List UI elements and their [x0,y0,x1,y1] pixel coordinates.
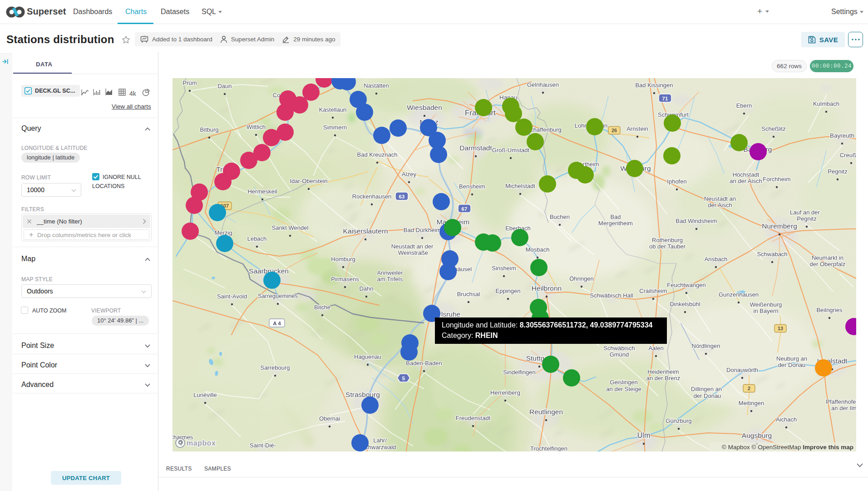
svg-text:Scheßlitz: Scheßlitz [761,125,785,132]
svg-text:Michelstadt: Michelstadt [505,183,535,189]
svg-text:Herrenberg: Herrenberg [490,389,520,396]
svg-text:Creußen: Creußen [840,152,856,159]
svg-text:Category: RHEIN: Category: RHEIN [442,332,498,339]
svg-text:Forchheim: Forchheim [763,176,790,183]
svg-text:der Donau: der Donau [778,362,806,368]
svg-text:häusel: häusel [454,266,472,273]
svg-text:Gunzenhausen: Gunzenhausen [719,291,759,298]
svg-text:Günzburg: Günzburg [666,417,691,424]
svg-text:Hermeskeil: Hermeskeil [247,188,277,195]
svg-text:Iphofen: Iphofen [667,178,686,185]
svg-text:Bad Kreuznach: Bad Kreuznach [357,151,398,158]
svg-text:Wittlich: Wittlich [247,124,266,130]
svg-text:Obernai: Obernai [319,415,340,422]
svg-text:Heilbronn: Heilbronn [532,284,562,292]
svg-text:Longitude and Latitude: 8.3055: Longitude and Latitude: 8.30556376651173… [442,321,653,329]
svg-text:Freudenstadt: Freudenstadt [456,415,491,422]
svg-text:71: 71 [662,96,668,101]
svg-text:an der Aisch: an der Aisch [730,178,762,184]
svg-text:Schwabach: Schwabach [757,251,787,258]
svg-text:Dinkelsbühl: Dinkelsbühl [670,301,700,307]
svg-text:Gelnhausen: Gelnhausen [527,81,559,88]
svg-text:Bad Windsheim: Bad Windsheim [676,218,717,224]
svg-text:Sankt Wendel: Sankt Wendel [272,224,309,231]
svg-text:Kulmbach: Kulmbach [813,100,839,107]
svg-text:Bruchsal: Bruchsal [457,291,480,298]
svg-text:Pfaffenhofen: Pfaffenhofen [826,398,856,405]
svg-text:Bitburg: Bitburg [200,126,218,133]
svg-text:der Aisch: der Aisch [708,202,732,208]
svg-text:13: 13 [778,326,783,331]
svg-text:an der Ilm: an der Ilm [831,405,856,412]
svg-text:2: 2 [748,386,750,391]
svg-text:Daun: Daun [217,83,232,89]
svg-text:an der Brenz: an der Brenz [646,375,680,382]
svg-text:Bayreuth: Bayreuth [830,132,854,139]
svg-text:Crailsheim: Crailsheim [639,288,667,294]
svg-text:Wiesbaden: Wiesbaden [407,104,442,111]
svg-text:Saint-Dié-: Saint-Dié- [250,442,276,449]
svg-text:Baden-Baden: Baden-Baden [406,360,442,367]
svg-text:Meitingen: Meitingen [739,400,764,407]
svg-text:Trochtelfingen: Trochtelfingen [530,445,567,451]
svg-text:am Trifels: am Trifels [377,276,403,283]
svg-text:Neustadt an: Neustadt an [704,195,736,202]
svg-text:Strasbourg: Strasbourg [345,391,380,398]
svg-text:© Mapbox © OpenStreetMap Impro: © Mapbox © OpenStreetMap Improve this ma… [722,444,853,451]
svg-text:Gmünd: Gmünd [610,351,629,358]
svg-text:Weißenburg: Weißenburg [750,301,782,308]
svg-text:Sindelfingen: Sindelfingen [503,369,536,376]
svg-text:Neumarkt in: Neumarkt in [812,254,843,261]
svg-text:Mosbach: Mosbach [526,246,550,253]
svg-text:Darmstadt: Darmstadt [459,144,492,152]
svg-text:Heidenheim: Heidenheim [647,368,679,375]
svg-text:Sinsheim: Sinsheim [492,265,516,272]
svg-text:Idar-Oberstein: Idar-Oberstein [290,178,327,184]
svg-text:Lebach: Lebach [247,235,267,242]
svg-text:Schwäbisch: Schwäbisch [603,345,635,352]
svg-text:Eppingen: Eppingen [496,288,521,294]
svg-text:Nördlingen: Nördlingen [692,342,720,349]
svg-text:Pegnitz: Pegnitz [797,215,816,222]
svg-text:Weinstraße: Weinstraße [398,249,428,256]
svg-text:Höchstadt: Höchstadt [733,171,760,178]
svg-text:Dahn: Dahn [359,285,373,292]
svg-text:Schwäbisch Hall: Schwäbisch Hall [590,292,633,299]
svg-text:Geislingen: Geislingen [610,379,637,386]
svg-text:Kastellaun: Kastellaun [319,106,347,113]
svg-text:Alzey: Alzey [402,171,416,178]
svg-text:Sarrebourg: Sarrebourg [260,364,290,371]
svg-text:Bitche: Bitche [314,304,330,311]
svg-text:Feuchtwangen: Feuchtwangen [667,282,705,288]
svg-text:Bensheim: Bensheim [459,183,485,190]
svg-text:Sarreguemines: Sarreguemines [258,293,298,299]
svg-text:ob der Tauber: ob der Tauber [649,243,686,250]
svg-text:Lauf an der: Lauf an der [790,209,820,216]
svg-text:Bad Kissingen: Bad Kissingen [635,82,673,89]
svg-text:Aalen: Aalen [648,345,663,352]
svg-text:Dillingen an: Dillingen an [691,386,722,392]
svg-text:A 4: A 4 [273,321,281,326]
svg-text:Lunéville: Lunéville [193,392,217,398]
svg-text:der Donau: der Donau [694,392,721,399]
svg-text:Simmern: Simmern [323,124,347,131]
svg-text:Annweiler: Annweiler [377,269,403,276]
svg-text:Donauwörth: Donauwörth [726,367,758,373]
svg-text:Neustadt an der: Neustadt an der [391,243,434,250]
svg-text:Arnstein: Arnstein [626,125,648,132]
svg-text:Kaiserslautern: Kaiserslautern [343,227,388,235]
svg-text:Öhringen: Öhringen [569,275,593,282]
svg-text:Saint-Avold: Saint-Avold [217,293,247,300]
svg-text:Nastätten: Nastätten [364,82,389,89]
svg-text:Reutlingen: Reutlingen [529,408,563,416]
svg-text:Haguenau: Haguenau [354,353,381,360]
svg-text:Homburg: Homburg [331,256,355,263]
svg-text:mapbox: mapbox [187,439,216,447]
svg-text:Prüm: Prüm [182,79,197,86]
svg-text:Beilngries: Beilngries [816,307,843,313]
svg-text:Lahr/: Lahr/ [373,437,387,444]
svg-text:Pirmasens: Pirmasens [331,276,359,283]
svg-text:an der Steige: an der Steige [606,386,641,392]
svg-text:Aichach: Aichach [776,416,797,423]
svg-text:67: 67 [462,206,468,212]
